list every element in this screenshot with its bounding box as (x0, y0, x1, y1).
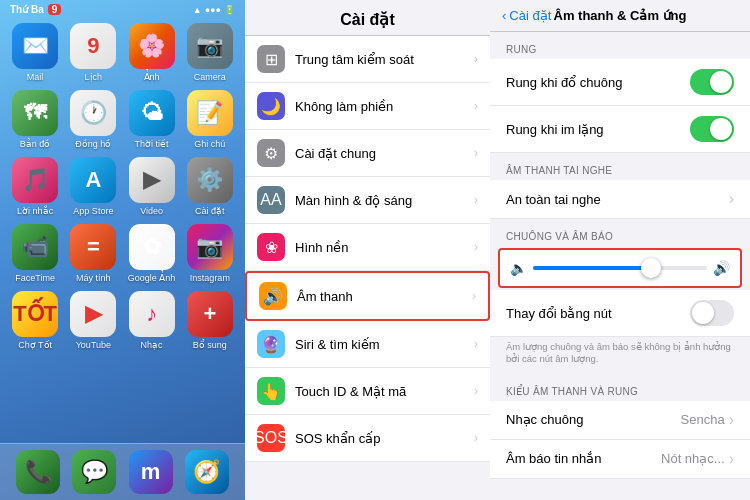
app-icon-caidat[interactable]: ⚙️ Cài đặt (185, 157, 235, 216)
am-bao-value: Nót nhạc... (661, 451, 725, 466)
app-icon-bandau[interactable]: 🗺 Bản đồ (10, 90, 60, 149)
settings-list: ⊞ Trung tâm kiểm soát › 🌙 Không làm phiề… (245, 36, 490, 462)
app-icon-googleanh[interactable]: ✿ Google Ảnh (127, 224, 177, 283)
dock-icon-safari[interactable]: 🧭 (185, 450, 229, 494)
slider-thumb[interactable] (641, 258, 661, 278)
app-label-youtube: YouTube (76, 340, 111, 350)
settings-icon-am-thanh: 🔊 (259, 282, 287, 310)
app-label-camera: Camera (194, 72, 226, 82)
settings-item-khong-lam[interactable]: 🌙 Không làm phiền › (245, 83, 490, 130)
settings-chevron-cai-dat-chung: › (474, 146, 478, 160)
date-label: Thứ Ba (10, 4, 44, 15)
settings-title: Cài đặt (245, 0, 490, 36)
back-button[interactable]: ‹ Cài đặt (502, 8, 551, 23)
app-img-ghinchu: 📝 (187, 90, 233, 136)
app-icon-video[interactable]: ▶ Video (127, 157, 177, 216)
dock-img-safari: 🧭 (185, 450, 229, 494)
an-toan-label: An toàn tai nghe (506, 192, 601, 207)
settings-item-siri[interactable]: 🔮 Siri & tìm kiếm › (245, 321, 490, 368)
settings-chevron-touch-id: › (474, 384, 478, 398)
app-img-instagram: 📷 (187, 224, 233, 270)
settings-label-khong-lam: Không làm phiền (295, 99, 474, 114)
an-toan-row[interactable]: An toàn tai nghe › (490, 180, 750, 219)
app-icon-appstore[interactable]: A App Store (68, 157, 118, 216)
app-icon-thoitiet[interactable]: 🌤 Thời tiết (127, 90, 177, 149)
app-icon-donghoh[interactable]: 🕐 Đồng hồ (68, 90, 118, 149)
settings-item-touch-id[interactable]: 👆 Touch ID & Mật mã › (245, 368, 490, 415)
settings-icon-sos: SOS (257, 424, 285, 452)
app-icon-youtube[interactable]: ▶ YouTube (68, 291, 118, 350)
am-bao-chevron: › (729, 450, 734, 468)
settings-item-sos[interactable]: SOS SOS khẩn cấp › (245, 415, 490, 462)
app-img-nhac: ♪ (129, 291, 175, 337)
settings-item-man-hinh[interactable]: AA Màn hình & độ sáng › (245, 177, 490, 224)
app-icon-facetime[interactable]: 📹 FaceTime (10, 224, 60, 283)
app-icon-instagram[interactable]: 📷 Instagram (185, 224, 235, 283)
thay-doi-toggle[interactable] (690, 300, 734, 326)
status-bar: Thứ Ba 9 ▲ ●●● 🔋 (0, 0, 245, 17)
settings-item-hinh-nen[interactable]: ❀ Hình nền › (245, 224, 490, 271)
settings-icon-khong-lam: 🌙 (257, 92, 285, 120)
settings-chevron-am-thanh: › (472, 289, 476, 303)
app-img-donghoh: 🕐 (70, 90, 116, 136)
chuong-section-label: CHUÔNG VÀ ÂM BÁO (490, 219, 750, 246)
app-label-bandau: Bản đồ (20, 139, 51, 149)
settings-chevron-khong-lam: › (474, 99, 478, 113)
dock-img-phone: 📞 (16, 450, 60, 494)
back-chevron-icon: ‹ (502, 8, 506, 23)
dock-icon-phone[interactable]: 📞 (16, 450, 60, 494)
app-label-anh: Ảnh (144, 72, 160, 82)
app-img-mail: ✉️ (12, 23, 58, 69)
app-icon-lich[interactable]: 9 Lịch (68, 23, 118, 82)
rung-chuan-toggle[interactable] (690, 69, 734, 95)
rung-section-label: RUNG (490, 32, 750, 59)
app-img-youtube: ▶ (70, 291, 116, 337)
dock-img-messenger: m (129, 450, 173, 494)
signal-icon: ●●● (205, 5, 221, 15)
settings-item-am-thanh[interactable]: 🔊 Âm thanh › (245, 271, 490, 321)
volume-slider[interactable]: 🔈 🔊 (510, 256, 730, 280)
nhac-chuong-label: Nhạc chuông (506, 412, 583, 427)
app-icon-ghinchu[interactable]: 📝 Ghi chú (185, 90, 235, 149)
app-icon-loinac[interactable]: 🎵 Lời nhắc (10, 157, 60, 216)
nhac-chuong-row[interactable]: Nhạc chuông Sencha › (490, 401, 750, 440)
app-icon-camera[interactable]: 📷 Camera (185, 23, 235, 82)
settings-chevron-trung-tam: › (474, 52, 478, 66)
app-label-video: Video (140, 206, 163, 216)
app-img-googleanh: ✿ (129, 224, 175, 270)
app-icon-chot[interactable]: TỐT Chợ Tốt (10, 291, 60, 350)
app-icon-mail[interactable]: ✉️ Mail (10, 23, 60, 82)
app-img-caidat: ⚙️ (187, 157, 233, 203)
an-toan-chevron: › (729, 190, 734, 208)
app-label-chot: Chợ Tốt (18, 340, 52, 350)
app-icon-bosung[interactable]: + Bổ sung (185, 291, 235, 350)
app-img-anh: 🌸 (129, 23, 175, 69)
rung-im-row: Rung khi im lặng (490, 106, 750, 153)
dock-icon-message[interactable]: 💬 (72, 450, 116, 494)
dock-icon-messenger[interactable]: m (129, 450, 173, 494)
settings-item-trung-tam[interactable]: ⊞ Trung tâm kiểm soát › (245, 36, 490, 83)
app-icon-anh[interactable]: 🌸 Ảnh (127, 23, 177, 82)
settings-chevron-man-hinh: › (474, 193, 478, 207)
app-img-thoitiet: 🌤 (129, 90, 175, 136)
settings-label-sos: SOS khẩn cấp (295, 431, 474, 446)
am-bao-row[interactable]: Âm báo tin nhắn Nót nhạc... › (490, 440, 750, 479)
app-label-lich: Lịch (85, 72, 103, 82)
battery-icon: 🔋 (224, 5, 235, 15)
settings-label-hinh-nen: Hình nền (295, 240, 474, 255)
app-label-caidat: Cài đặt (195, 206, 225, 216)
app-icon-nhac[interactable]: ♪ Nhạc (127, 291, 177, 350)
app-img-video: ▶ (129, 157, 175, 203)
rung-im-label: Rung khi im lặng (506, 122, 604, 137)
app-img-facetime: 📹 (12, 224, 58, 270)
status-right: ▲ ●●● 🔋 (193, 5, 235, 15)
settings-icon-trung-tam: ⊞ (257, 45, 285, 73)
slider-track[interactable] (533, 266, 707, 270)
settings-label-am-thanh: Âm thanh (297, 289, 472, 304)
rung-im-toggle[interactable] (690, 116, 734, 142)
app-label-donghoh: Đồng hồ (75, 139, 111, 149)
app-label-thoitiet: Thời tiết (135, 139, 169, 149)
settings-item-cai-dat-chung[interactable]: ⚙ Cài đặt chung › (245, 130, 490, 177)
app-icon-maytinh[interactable]: = Máy tính (68, 224, 118, 283)
sound-panel: ‹ Cài đặt Âm thanh & Cảm ứng RUNG Rung k… (490, 0, 750, 500)
